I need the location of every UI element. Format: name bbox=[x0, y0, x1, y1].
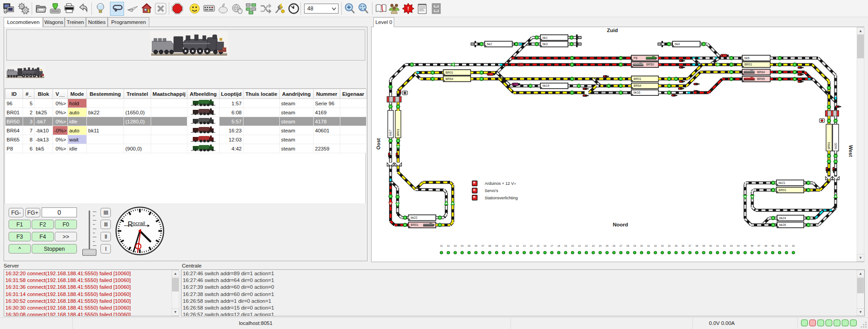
svg-text:26: 26 bbox=[613, 244, 615, 247]
svg-text:bk1: bk1 bbox=[543, 36, 548, 39]
svg-text:19: 19 bbox=[564, 244, 567, 247]
svg-text:bk3: bk3 bbox=[543, 42, 548, 46]
svg-text:51: 51 bbox=[785, 244, 788, 247]
svg-text:Servo's: Servo's bbox=[485, 188, 498, 193]
svg-text:BR01: BR01 bbox=[779, 188, 787, 192]
svg-text:BR64: BR64 bbox=[446, 77, 453, 80]
svg-text:BR64: BR64 bbox=[757, 70, 765, 74]
svg-text:bk26: bk26 bbox=[779, 223, 786, 226]
svg-text:bk2: bk2 bbox=[487, 42, 492, 46]
svg-text:07: 07 bbox=[482, 244, 484, 247]
svg-text:18: 18 bbox=[558, 244, 560, 247]
svg-text:41: 41 bbox=[716, 244, 719, 247]
svg-text:bk20: bk20 bbox=[834, 143, 837, 149]
svg-text:West: West bbox=[848, 145, 854, 157]
svg-text:23: 23 bbox=[592, 244, 595, 247]
svg-text:BR01: BR01 bbox=[744, 63, 752, 66]
svg-text:11: 11 bbox=[509, 244, 511, 247]
svg-text:BR50: BR50 bbox=[646, 63, 654, 66]
svg-text:24: 24 bbox=[599, 244, 601, 247]
svg-text:40: 40 bbox=[709, 244, 712, 247]
svg-text:52: 52 bbox=[792, 244, 795, 247]
svg-text:47: 47 bbox=[758, 244, 760, 247]
svg-text:bk5: bk5 bbox=[744, 56, 749, 60]
svg-text:34: 34 bbox=[668, 244, 671, 247]
svg-text:bk16: bk16 bbox=[634, 91, 640, 94]
svg-text:25: 25 bbox=[606, 244, 609, 247]
svg-text:37: 37 bbox=[689, 244, 692, 247]
svg-text:Noord: Noord bbox=[613, 222, 628, 227]
svg-text:BR01: BR01 bbox=[411, 223, 419, 226]
svg-text:bk14: bk14 bbox=[543, 84, 549, 87]
svg-text:bk17: bk17 bbox=[389, 130, 392, 136]
svg-text:04: 04 bbox=[461, 244, 463, 247]
svg-text:ocrail: ocrail bbox=[133, 221, 145, 226]
svg-text:bk24: bk24 bbox=[779, 216, 786, 220]
svg-text:bk22: bk22 bbox=[411, 216, 418, 219]
svg-text:31: 31 bbox=[647, 244, 650, 247]
svg-text:BR01: BR01 bbox=[827, 142, 830, 149]
svg-text:39: 39 bbox=[702, 244, 705, 247]
svg-text:14: 14 bbox=[530, 244, 533, 247]
svg-text:12: 12 bbox=[516, 244, 519, 247]
svg-text:05: 05 bbox=[468, 244, 471, 247]
svg-text:20: 20 bbox=[571, 244, 574, 247]
svg-text:21: 21 bbox=[578, 244, 581, 247]
svg-text:BR65: BR65 bbox=[757, 77, 765, 80]
svg-text:01: 01 bbox=[440, 244, 443, 247]
svg-text:BR01: BR01 bbox=[446, 71, 453, 74]
svg-text:28: 28 bbox=[626, 244, 629, 247]
svg-text:Oost: Oost bbox=[376, 138, 381, 150]
svg-text:10: 10 bbox=[502, 244, 505, 247]
svg-text:Zuid: Zuid bbox=[607, 28, 618, 33]
svg-text:BR64: BR64 bbox=[634, 84, 641, 87]
svg-text:50: 50 bbox=[778, 244, 781, 247]
svg-text:R: R bbox=[128, 221, 133, 228]
svg-text:42: 42 bbox=[723, 244, 726, 247]
svg-text:03: 03 bbox=[454, 244, 457, 247]
svg-text:46: 46 bbox=[751, 244, 754, 247]
svg-text:16: 16 bbox=[544, 244, 546, 247]
svg-text:22: 22 bbox=[585, 244, 588, 247]
svg-text:45: 45 bbox=[744, 244, 747, 247]
svg-text:!: ! bbox=[407, 6, 409, 11]
svg-text:06: 06 bbox=[475, 244, 477, 247]
svg-text:13: 13 bbox=[523, 244, 526, 247]
svg-text:48: 48 bbox=[764, 244, 767, 247]
svg-text:15: 15 bbox=[537, 244, 539, 247]
svg-text:17: 17 bbox=[551, 244, 553, 247]
svg-text:36: 36 bbox=[682, 244, 684, 247]
svg-text:35: 35 bbox=[675, 244, 677, 247]
svg-text:09: 09 bbox=[496, 244, 498, 247]
svg-text:BR01: BR01 bbox=[634, 77, 641, 80]
svg-text:33: 33 bbox=[661, 244, 664, 247]
svg-text:27: 27 bbox=[620, 244, 622, 247]
svg-text:08: 08 bbox=[488, 244, 491, 247]
svg-text:02: 02 bbox=[447, 244, 450, 247]
svg-text:29: 29 bbox=[634, 244, 636, 247]
svg-text:32: 32 bbox=[654, 244, 657, 247]
svg-text:BR01: BR01 bbox=[396, 128, 400, 136]
svg-text:44: 44 bbox=[737, 244, 739, 247]
svg-text:49: 49 bbox=[772, 244, 774, 247]
svg-text:Stationsverlichting: Stationsverlichting bbox=[485, 196, 518, 200]
svg-text:bk21: bk21 bbox=[779, 181, 786, 184]
svg-text:bk4: bk4 bbox=[675, 42, 680, 46]
svg-text:Arduinos + 12 V=: Arduinos + 12 V= bbox=[485, 181, 516, 186]
svg-text:30: 30 bbox=[640, 244, 643, 247]
svg-text:P8: P8 bbox=[634, 56, 638, 60]
svg-text:38: 38 bbox=[696, 244, 698, 247]
svg-text:43: 43 bbox=[730, 244, 733, 247]
